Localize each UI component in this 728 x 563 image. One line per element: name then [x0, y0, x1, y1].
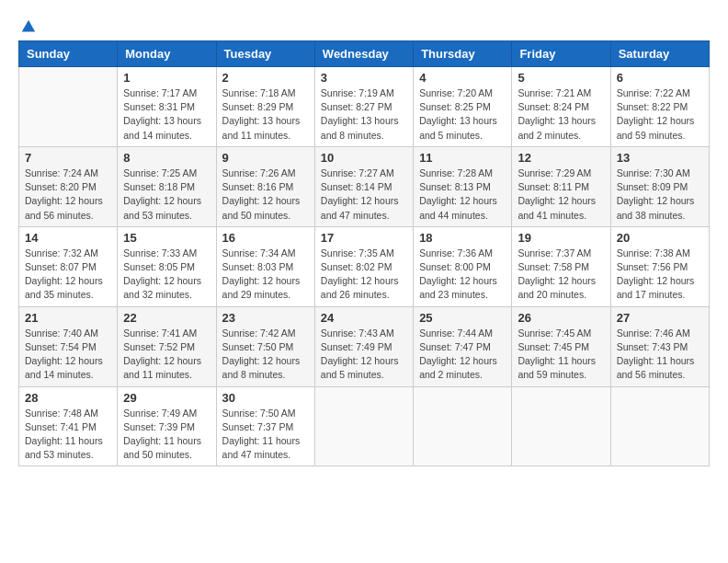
sunset-label: Sunset: 7:43 PM — [617, 341, 688, 352]
sunrise-label: Sunrise: 7:43 AM — [321, 327, 394, 339]
day-number: 8 — [123, 151, 210, 165]
sunrise-label: Sunrise: 7:50 AM — [222, 408, 296, 419]
sunrise-label: Sunrise: 7:41 AM — [123, 327, 197, 339]
day-number: 7 — [25, 151, 111, 165]
calendar-cell: 24Sunrise: 7:43 AMSunset: 7:49 PMDayligh… — [314, 306, 413, 386]
daylight-label: Daylight: 12 hours and 44 minutes. — [419, 195, 497, 220]
sunset-label: Sunset: 7:37 PM — [222, 421, 294, 432]
sunrise-label: Sunrise: 7:20 AM — [419, 87, 493, 98]
day-info: Sunrise: 7:35 AMSunset: 8:02 PMDaylight:… — [321, 247, 407, 303]
sunrise-label: Sunrise: 7:19 AM — [321, 87, 394, 98]
daylight-label: Daylight: 12 hours and 2 minutes. — [419, 355, 497, 380]
day-info: Sunrise: 7:20 AMSunset: 8:25 PMDaylight:… — [419, 86, 506, 143]
sunset-label: Sunset: 8:05 PM — [123, 261, 195, 272]
daylight-label: Daylight: 12 hours and 26 minutes. — [321, 275, 399, 300]
day-info: Sunrise: 7:26 AMSunset: 8:16 PMDaylight:… — [222, 167, 309, 223]
calendar-cell: 19Sunrise: 7:37 AMSunset: 7:58 PMDayligh… — [512, 226, 610, 306]
column-header-sunday: Sunday — [19, 41, 118, 67]
daylight-label: Daylight: 11 hours and 53 minutes. — [25, 435, 103, 460]
sunrise-label: Sunrise: 7:17 AM — [123, 87, 197, 98]
calendar-cell: 9Sunrise: 7:26 AMSunset: 8:16 PMDaylight… — [216, 146, 314, 226]
calendar-cell — [610, 386, 709, 466]
daylight-label: Daylight: 12 hours and 5 minutes. — [321, 355, 399, 380]
day-number: 28 — [25, 391, 111, 405]
sunrise-label: Sunrise: 7:25 AM — [123, 167, 197, 178]
sunset-label: Sunset: 8:18 PM — [123, 181, 195, 192]
day-info: Sunrise: 7:45 AMSunset: 7:45 PMDaylight:… — [518, 327, 604, 383]
sunset-label: Sunset: 8:24 PM — [518, 101, 589, 112]
day-info: Sunrise: 7:22 AMSunset: 8:22 PMDaylight:… — [617, 86, 703, 143]
day-number: 19 — [518, 231, 604, 245]
daylight-label: Daylight: 12 hours and 17 minutes. — [617, 275, 695, 300]
daylight-label: Daylight: 12 hours and 38 minutes. — [617, 195, 695, 220]
daylight-label: Daylight: 12 hours and 11 minutes. — [123, 355, 201, 380]
calendar-cell: 25Sunrise: 7:44 AMSunset: 7:47 PMDayligh… — [414, 306, 512, 386]
daylight-label: Daylight: 11 hours and 59 minutes. — [518, 355, 596, 380]
sunrise-label: Sunrise: 7:32 AM — [25, 247, 98, 259]
day-info: Sunrise: 7:29 AMSunset: 8:11 PMDaylight:… — [518, 167, 604, 223]
sunrise-label: Sunrise: 7:37 AM — [518, 247, 591, 259]
column-header-tuesday: Tuesday — [216, 41, 314, 67]
sunset-label: Sunset: 7:41 PM — [25, 421, 97, 432]
day-info: Sunrise: 7:38 AMSunset: 7:56 PMDaylight:… — [617, 247, 703, 303]
calendar-header-row: SundayMondayTuesdayWednesdayThursdayFrid… — [19, 41, 710, 67]
column-header-thursday: Thursday — [414, 41, 512, 67]
calendar-cell: 13Sunrise: 7:30 AMSunset: 8:09 PMDayligh… — [610, 146, 709, 226]
daylight-label: Daylight: 12 hours and 47 minutes. — [321, 195, 399, 220]
calendar-cell: 30Sunrise: 7:50 AMSunset: 7:37 PMDayligh… — [216, 386, 314, 466]
sunset-label: Sunset: 8:00 PM — [419, 261, 491, 272]
sunrise-label: Sunrise: 7:36 AM — [419, 247, 493, 259]
day-info: Sunrise: 7:24 AMSunset: 8:20 PMDaylight:… — [25, 167, 111, 223]
calendar-cell: 28Sunrise: 7:48 AMSunset: 7:41 PMDayligh… — [19, 386, 118, 466]
sunset-label: Sunset: 8:16 PM — [222, 181, 294, 192]
day-number: 14 — [25, 231, 111, 245]
calendar-cell: 12Sunrise: 7:29 AMSunset: 8:11 PMDayligh… — [512, 146, 610, 226]
calendar-cell — [19, 67, 118, 147]
daylight-label: Daylight: 12 hours and 56 minutes. — [25, 195, 103, 220]
sunset-label: Sunset: 8:11 PM — [518, 181, 589, 192]
calendar-cell: 10Sunrise: 7:27 AMSunset: 8:14 PMDayligh… — [314, 146, 413, 226]
sunrise-label: Sunrise: 7:48 AM — [25, 408, 98, 419]
sunset-label: Sunset: 7:58 PM — [518, 261, 589, 272]
calendar-cell — [414, 386, 512, 466]
day-number: 29 — [123, 391, 210, 405]
calendar-cell: 8Sunrise: 7:25 AMSunset: 8:18 PMDaylight… — [118, 146, 216, 226]
logo — [18, 18, 37, 31]
daylight-label: Daylight: 12 hours and 20 minutes. — [518, 275, 596, 300]
day-info: Sunrise: 7:43 AMSunset: 7:49 PMDaylight:… — [321, 327, 407, 383]
sunset-label: Sunset: 7:56 PM — [617, 261, 688, 272]
page-header — [18, 18, 710, 31]
sunset-label: Sunset: 8:14 PM — [321, 181, 392, 192]
day-number: 21 — [25, 311, 111, 325]
calendar-cell: 5Sunrise: 7:21 AMSunset: 8:24 PMDaylight… — [512, 67, 610, 147]
column-header-saturday: Saturday — [610, 41, 709, 67]
column-header-friday: Friday — [512, 41, 610, 67]
calendar-cell — [314, 386, 413, 466]
sunrise-label: Sunrise: 7:29 AM — [518, 167, 591, 178]
calendar-week-3: 14Sunrise: 7:32 AMSunset: 8:07 PMDayligh… — [19, 226, 710, 306]
day-number: 18 — [419, 231, 506, 245]
daylight-label: Daylight: 13 hours and 8 minutes. — [321, 115, 399, 140]
calendar-week-4: 21Sunrise: 7:40 AMSunset: 7:54 PMDayligh… — [19, 306, 710, 386]
calendar-cell: 27Sunrise: 7:46 AMSunset: 7:43 PMDayligh… — [610, 306, 709, 386]
day-info: Sunrise: 7:49 AMSunset: 7:39 PMDaylight:… — [123, 407, 210, 463]
calendar-cell: 11Sunrise: 7:28 AMSunset: 8:13 PMDayligh… — [414, 146, 512, 226]
day-info: Sunrise: 7:25 AMSunset: 8:18 PMDaylight:… — [123, 167, 210, 223]
day-number: 26 — [518, 311, 604, 325]
sunset-label: Sunset: 8:31 PM — [123, 101, 195, 112]
sunrise-label: Sunrise: 7:21 AM — [518, 87, 591, 98]
sunset-label: Sunset: 8:27 PM — [321, 101, 392, 112]
calendar-cell: 18Sunrise: 7:36 AMSunset: 8:00 PMDayligh… — [414, 226, 512, 306]
calendar-table: SundayMondayTuesdayWednesdayThursdayFrid… — [18, 40, 710, 466]
logo-icon — [20, 18, 37, 35]
calendar-cell: 2Sunrise: 7:18 AMSunset: 8:29 PMDaylight… — [216, 67, 314, 147]
sunrise-label: Sunrise: 7:45 AM — [518, 327, 591, 339]
column-header-monday: Monday — [118, 41, 216, 67]
sunset-label: Sunset: 7:54 PM — [25, 341, 97, 352]
day-number: 5 — [518, 71, 604, 85]
day-info: Sunrise: 7:44 AMSunset: 7:47 PMDaylight:… — [419, 327, 506, 383]
sunrise-label: Sunrise: 7:33 AM — [123, 247, 197, 259]
day-info: Sunrise: 7:17 AMSunset: 8:31 PMDaylight:… — [123, 86, 210, 143]
sunset-label: Sunset: 8:07 PM — [25, 261, 97, 272]
sunrise-label: Sunrise: 7:24 AM — [25, 167, 98, 178]
